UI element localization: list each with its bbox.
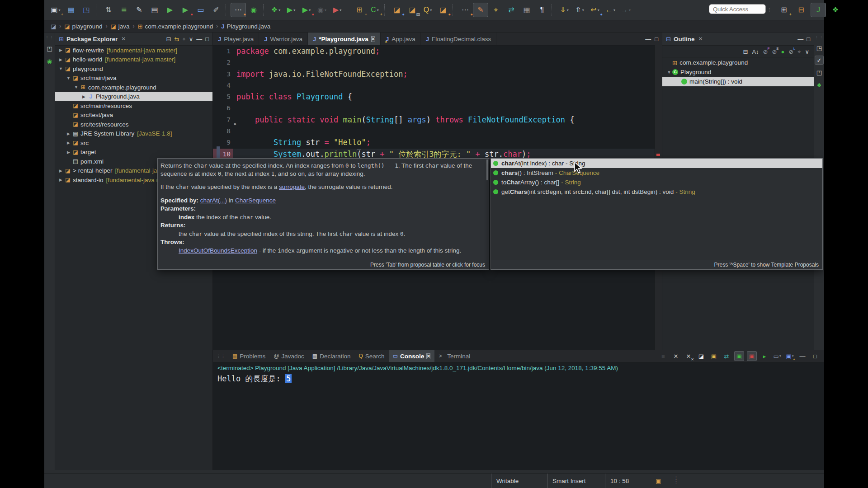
expand-arrow-icon[interactable]: ▶: [58, 178, 64, 182]
close-icon[interactable]: ✕: [698, 36, 703, 42]
expand-arrow-icon[interactable]: ▶: [66, 131, 71, 136]
pin-console-icon[interactable]: ▸: [760, 352, 769, 361]
block-selection-icon[interactable]: ▦: [519, 3, 534, 17]
minimize-icon[interactable]: —: [645, 36, 651, 42]
save-all-icon[interactable]: ◳: [79, 3, 94, 17]
link-with-editor-icon[interactable]: ⇆: [174, 36, 179, 42]
breakpoint-badge-icon[interactable]: ⋯●: [231, 3, 245, 17]
hide-non-public-icon[interactable]: ●: [781, 49, 784, 55]
tree-item[interactable]: ▼⊞com.example.playground: [55, 83, 212, 92]
toggle-edit-icon[interactable]: ✐: [209, 3, 223, 17]
collapse-all-icon[interactable]: ⊟: [166, 36, 171, 42]
display-selected-console-icon[interactable]: ▭▾: [773, 352, 782, 361]
javadoc-link[interactable]: IndexOutOfBoundsException: [179, 247, 257, 254]
debug-icon[interactable]: ❖▾: [269, 3, 283, 17]
leaf-view-icon[interactable]: ♣: [815, 80, 823, 89]
console-tab[interactable]: ▭Console✕: [389, 350, 435, 362]
expand-arrow-icon[interactable]: ▶: [58, 57, 64, 62]
status-tool-icon-icon[interactable]: ▣: [656, 478, 661, 484]
close-icon[interactable]: ✕: [121, 36, 126, 42]
outline-item[interactable]: ⊞com.example.playground: [662, 58, 814, 67]
tree-item[interactable]: ▶◪hello-world[fundamental-java master]: [55, 55, 212, 65]
new-java-project-icon[interactable]: ⊞+: [352, 3, 367, 17]
completion-item[interactable]: toCharArray() : char[]- String: [491, 178, 822, 187]
javadoc-link[interactable]: CharSequence: [235, 197, 276, 204]
expand-arrow-icon[interactable]: ▶: [66, 141, 71, 145]
console-tab[interactable]: >_Terminal: [434, 350, 474, 362]
expand-arrow-icon[interactable]: ▶: [66, 150, 71, 155]
save-icon[interactable]: ▦: [64, 3, 78, 17]
show-whitespace-icon[interactable]: ¶: [535, 3, 549, 17]
restore-view-top-icon[interactable]: ◳: [815, 44, 823, 52]
new-class-icon[interactable]: C+▾: [368, 3, 382, 17]
editor-tab[interactable]: J▲App.java: [381, 33, 421, 45]
new-wizard-icon[interactable]: ▣+▾: [48, 3, 63, 17]
minimize-icon[interactable]: —: [196, 36, 202, 42]
tree-item[interactable]: ▼◪src/main/java: [55, 74, 212, 83]
maximize-icon[interactable]: □: [807, 36, 810, 42]
expand-arrow-icon[interactable]: ▶: [81, 94, 87, 99]
tree-item[interactable]: ◪src/main/resources: [55, 101, 212, 111]
quick-access-input[interactable]: [709, 4, 766, 14]
tree-item[interactable]: ▼◪playground: [55, 64, 212, 74]
minimized-power-view-icon[interactable]: ◉: [46, 57, 54, 65]
show-console-stdout-icon[interactable]: ▣: [735, 352, 744, 361]
debug-perspective-icon[interactable]: ❖: [828, 3, 843, 17]
open-console-icon[interactable]: ▣+▾: [785, 352, 794, 361]
open-resource-icon[interactable]: ◪▤: [405, 3, 420, 17]
collapse-all-icon[interactable]: ⊟: [743, 49, 748, 55]
completion-item[interactable]: charAt(int index) : char- String: [491, 159, 822, 168]
other-perspective-icon[interactable]: ⊟: [794, 3, 808, 17]
console-tab[interactable]: @Javadoc: [269, 350, 308, 362]
toggle-word-wrap-icon[interactable]: ⇄: [504, 3, 519, 17]
editor-tab[interactable]: JFloatingDecimal.class: [421, 33, 497, 45]
javadoc-scrollbar[interactable]: [486, 160, 488, 180]
view-menu-icon[interactable]: ∨: [805, 49, 809, 55]
check-flag-view-icon[interactable]: ✓: [815, 56, 823, 64]
open-type-icon[interactable]: ◪●: [390, 3, 404, 17]
breadcrumb-item[interactable]: ◪: [51, 23, 56, 29]
javadoc-link[interactable]: charAt(...): [200, 197, 227, 204]
hide-static-members-icon[interactable]: ⊘S: [772, 49, 777, 55]
run-icon[interactable]: ▶▾: [284, 3, 298, 17]
new-javadoc-icon[interactable]: ✎: [132, 3, 146, 17]
remove-launch-icon[interactable]: ✕: [671, 352, 680, 361]
tree-item[interactable]: ▶◪target: [55, 148, 212, 157]
refresh-icon[interactable]: ⇅: [101, 3, 116, 17]
console-tab[interactable]: ▤Problems: [228, 350, 269, 362]
focus-target-icon[interactable]: ⌖: [489, 3, 503, 17]
scroll-lock-icon[interactable]: ▣: [709, 352, 718, 361]
outline-item[interactable]: main(String[]) : void: [662, 77, 814, 86]
java-perspective-icon[interactable]: J: [811, 3, 826, 17]
text-document-icon[interactable]: ▤: [147, 3, 162, 17]
tree-item[interactable]: ◪src/test/java: [55, 111, 212, 120]
coverage-icon[interactable]: ▶●▾: [299, 3, 314, 17]
tree-item[interactable]: ▶▤JRE System Library[JavaSE-1.8]: [55, 129, 212, 139]
terminate-icon[interactable]: ■: [659, 352, 668, 361]
build-all-icon[interactable]: ≣: [117, 3, 131, 17]
remove-all-terminated-icon[interactable]: ✕✕: [684, 352, 693, 361]
search-icon[interactable]: Q▾: [420, 3, 435, 17]
minimize-icon[interactable]: —: [797, 36, 803, 42]
tree-item[interactable]: ▶◪flow-rewrite[fundamental-java master]: [55, 46, 212, 55]
hide-local-types-icon[interactable]: ⊘L: [788, 49, 793, 55]
hide-fields-icon[interactable]: ⊘F: [763, 49, 768, 55]
maximize-icon[interactable]: □: [655, 36, 658, 42]
tree-item[interactable]: ▶◪src: [55, 138, 212, 148]
tree-item[interactable]: ◪src/test/resources: [55, 120, 212, 129]
word-wrap-icon[interactable]: ⇄: [722, 352, 731, 361]
minimize-icon[interactable]: —: [798, 352, 807, 361]
editor-tab[interactable]: J*Playground.java✕: [308, 33, 381, 45]
maximize-icon[interactable]: □: [811, 352, 820, 361]
status-tool-icon[interactable]: ▣: [656, 477, 661, 484]
close-icon[interactable]: ✕: [371, 36, 375, 42]
back-icon[interactable]: ←▾: [603, 3, 618, 17]
profile-icon[interactable]: ◉▾: [315, 3, 329, 17]
breadcrumb-item[interactable]: ⊞com.example.playground: [137, 23, 213, 30]
show-console-stderr-icon[interactable]: ▣: [747, 352, 756, 361]
expand-arrow-icon[interactable]: ▼: [73, 85, 79, 89]
maximize-icon[interactable]: □: [205, 36, 209, 42]
breadcrumb-item[interactable]: JPlayground.java: [221, 23, 270, 30]
ellipsis-badge-icon[interactable]: ⋯●: [458, 3, 472, 17]
code-editor[interactable]: 1package com.example.playground;23import…: [213, 46, 662, 160]
